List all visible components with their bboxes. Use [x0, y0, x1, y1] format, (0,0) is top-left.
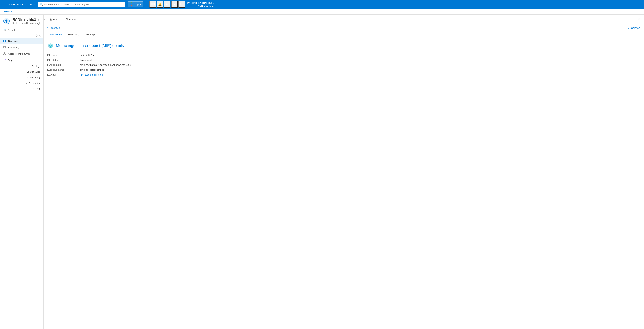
close-button[interactable]: ✕: [638, 17, 640, 21]
user-org: CONTOSO, LTD.: [186, 4, 214, 7]
svg-rect-5: [5, 40, 6, 41]
tab-bar: MIE details Monitoring Geo map: [44, 31, 644, 38]
sidebar-item-configuration[interactable]: › Configuration: [0, 69, 44, 74]
sidebar-item-monitoring[interactable]: › Monitoring: [0, 74, 44, 80]
tab-monitoring[interactable]: Monitoring: [65, 31, 82, 38]
user-account[interactable]: chrisqpublic@contoso.c... CONTOSO, LTD.: [186, 2, 214, 7]
nav-icon-group: ⌨ 🔔 ⚙ ?: [150, 1, 185, 8]
mie-label-keyvault: Keyvault: [47, 73, 80, 76]
delete-button[interactable]: Delete: [47, 17, 62, 22]
refresh-button[interactable]: Refresh: [63, 17, 80, 22]
content-area: Delete Refresh ✕ ▾ Essentials JSON View: [44, 14, 644, 329]
favorite-button[interactable]: ☆: [38, 18, 41, 22]
global-search-bar[interactable]: 🔍: [38, 2, 125, 6]
delete-label: Delete: [53, 18, 60, 21]
resource-header: RANInsights1 ☆ ··· Radio Access Network …: [0, 14, 44, 26]
mie-title: Metric ingestion endpoint (MIE) details: [56, 44, 124, 48]
notifications-button[interactable]: 🔔: [157, 1, 163, 8]
monitoring-chevron: ›: [27, 76, 28, 78]
mie-value-eventhub-name: emig-abcdefghijklmnop: [80, 68, 104, 71]
svg-rect-4: [3, 40, 4, 41]
sidebar: RANInsights1 ☆ ··· Radio Access Network …: [0, 14, 44, 329]
monitoring-label: Monitoring: [30, 76, 40, 79]
tab-monitoring-label: Monitoring: [68, 33, 79, 36]
mie-value-keyvault[interactable]: mie-abcdefghijklmnop: [80, 73, 103, 76]
sidebar-item-automation[interactable]: › Automation: [0, 80, 44, 86]
refresh-icon: [65, 18, 68, 21]
global-search-input[interactable]: [44, 3, 124, 6]
tab-geo-map[interactable]: Geo map: [82, 31, 98, 38]
access-control-label: Access control (IAM): [8, 52, 30, 55]
svg-marker-18: [67, 18, 68, 19]
svg-point-3: [6, 22, 7, 23]
mie-row-status: MIE status Succeeded: [47, 58, 640, 62]
svg-point-12: [4, 52, 5, 54]
search-icon: 🔍: [40, 3, 43, 6]
settings-label: Settings: [32, 65, 40, 68]
settings-chevron: ›: [30, 65, 30, 67]
tab-geo-map-label: Geo map: [85, 33, 95, 36]
essentials-chevron-icon: ▾: [47, 26, 48, 29]
help-chevron: ›: [33, 88, 34, 90]
sidebar-item-help[interactable]: › Help: [0, 86, 44, 92]
breadcrumb-home[interactable]: Home: [4, 10, 10, 13]
tab-mie-details[interactable]: MIE details: [47, 31, 65, 38]
configuration-label: Configuration: [26, 70, 40, 73]
settings-button[interactable]: ⚙: [164, 1, 170, 8]
sidebar-item-tags[interactable]: Tags: [0, 57, 44, 63]
mie-cube-icon: [47, 42, 54, 49]
mie-label-eventhub-name: EventHub name: [47, 68, 80, 71]
sidebar-navigation: Overview Activity log Access control (IA…: [0, 38, 44, 329]
activity-log-label: Activity log: [8, 46, 19, 49]
mie-value-eventhub-url: emig-eastus-test-1.servicebus.windows.ne…: [80, 64, 131, 66]
portal-name: Contoso, Ltd. Azure: [10, 3, 35, 6]
mie-row-eventhub-name: EventHub name emig-abcdefghijklmnop: [47, 67, 640, 72]
cloud-shell-button[interactable]: ⌨: [150, 1, 156, 8]
tab-mie-details-label: MIE details: [50, 33, 62, 36]
sidebar-item-activity-log[interactable]: Activity log: [0, 44, 44, 51]
sidebar-search-input[interactable]: [8, 29, 40, 32]
refresh-label: Refresh: [69, 18, 78, 21]
feedback-button[interactable]: [178, 1, 185, 8]
essentials-toggle[interactable]: ▾ Essentials: [47, 26, 60, 29]
help-label: Help: [36, 87, 40, 90]
sidebar-favorite-icon[interactable]: ◇: [36, 34, 38, 37]
mie-label-eventhub-url: EventHub url: [47, 64, 80, 66]
svg-point-13: [5, 59, 5, 60]
delete-icon: [50, 18, 52, 21]
copilot-icon: [130, 2, 133, 6]
sidebar-collapse-button[interactable]: ◁: [39, 34, 41, 37]
automation-chevron: ›: [26, 82, 27, 84]
svg-rect-7: [5, 41, 6, 42]
mie-label-name: MIE name: [47, 54, 80, 56]
overview-icon: [3, 40, 6, 43]
mie-row-keyvault: Keyvault mie-abcdefghijklmnop: [47, 72, 640, 77]
copilot-button[interactable]: Copilot: [128, 2, 144, 7]
sidebar-item-overview[interactable]: Overview: [0, 38, 44, 44]
sidebar-item-settings[interactable]: › Settings: [0, 63, 44, 69]
sidebar-search-box[interactable]: 🔍: [2, 28, 41, 32]
essentials-label: Essentials: [50, 26, 60, 29]
breadcrumb-separator: ›: [11, 10, 12, 13]
access-control-icon: [3, 52, 6, 56]
user-email: chrisqpublic@contoso.c...: [186, 2, 214, 4]
main-layout: RANInsights1 ☆ ··· Radio Access Network …: [0, 14, 644, 329]
copilot-label: Copilot: [134, 3, 142, 6]
overview-label: Overview: [8, 40, 18, 42]
mie-value-status: Succeeded: [80, 59, 92, 61]
json-view-link[interactable]: JSON View: [628, 26, 640, 29]
sidebar-controls: ◇ ◁: [0, 34, 44, 38]
sidebar-item-access-control[interactable]: Access control (IAM): [0, 51, 44, 57]
mie-row-eventhub-url: EventHub url emig-eastus-test-1.serviceb…: [47, 62, 640, 67]
hamburger-menu[interactable]: ☰: [2, 2, 8, 7]
resource-title-area: RANInsights1 ☆ ··· Radio Access Network …: [12, 18, 46, 24]
tags-label: Tags: [8, 59, 13, 62]
tags-icon: [3, 58, 6, 62]
mie-value-name: raninsights1mie: [80, 54, 96, 56]
automation-label: Automation: [28, 82, 40, 84]
help-button[interactable]: ?: [171, 1, 178, 8]
nav-divider: [146, 2, 146, 7]
configuration-chevron: ›: [24, 71, 25, 73]
breadcrumb: Home ›: [0, 9, 644, 14]
svg-rect-6: [3, 41, 4, 42]
